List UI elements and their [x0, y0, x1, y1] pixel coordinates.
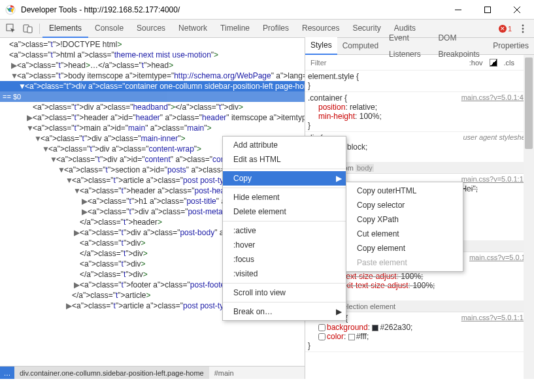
tab-profiles[interactable]: Profiles [256, 20, 295, 38]
expand-icon[interactable]: ▼ [34, 133, 41, 144]
chevron-right-icon: ▶ [336, 307, 342, 316]
scrollbar[interactable] [524, 55, 534, 379]
css-declaration[interactable]: min-height: 100%; [308, 112, 531, 121]
css-declaration[interactable]: background: #262a30; [308, 323, 531, 332]
dom-node[interactable]: <a">class="t">div a">class="headband"></… [0, 102, 305, 112]
tab-resources[interactable]: Resources [295, 20, 346, 38]
expand-icon[interactable]: ▶ [81, 206, 88, 217]
dom-node[interactable]: <a">class="t">!DOCTYPE html> [0, 39, 305, 50]
expand-icon[interactable]: ▶ [73, 280, 80, 290]
kebab-icon[interactable] [517, 23, 529, 35]
scrollbar-thumb[interactable] [525, 57, 533, 149]
styles-filterbar: :hov .cls + [305, 55, 534, 71]
css-rule[interactable]: element.style {} [305, 71, 534, 92]
svg-rect-3 [484, 7, 490, 12]
error-count[interactable]: ✕1 [499, 25, 512, 33]
expand-icon[interactable]: ▼ [73, 186, 80, 196]
elements-panel: <a">class="t">!DOCTYPE html><a">class="t… [0, 38, 305, 379]
menu-item-copy[interactable]: Copy▶ [223, 171, 346, 186]
dom-node[interactable]: ▶<a">class="t">head>…</a">class="t">head… [0, 60, 305, 71]
menu-item--focus[interactable]: :focus [223, 252, 346, 267]
chrome-icon [5, 5, 16, 15]
expand-icon[interactable]: ▼ [50, 154, 56, 165]
tab-sources[interactable]: Sources [130, 20, 172, 38]
svg-point-10 [522, 27, 524, 29]
menu-item-copy-selector[interactable]: Copy selector [346, 198, 463, 212]
menu-item--active[interactable]: :active [223, 223, 346, 238]
expand-icon[interactable]: ▶ [81, 196, 88, 206]
tab-security[interactable]: Security [346, 20, 387, 38]
menu-item-delete-element[interactable]: Delete element [223, 204, 346, 219]
menu-item-copy-element[interactable]: Copy element [346, 241, 463, 255]
css-rule[interactable]: main.css?v=5.0.1:451.container {position… [305, 92, 534, 132]
hov-toggle[interactable]: :hov [467, 59, 486, 67]
menu-item-paste-element: Paste element [346, 255, 463, 270]
prop-toggle[interactable] [318, 324, 325, 331]
css-declaration[interactable]: position: relative; [308, 103, 531, 112]
prop-toggle[interactable] [318, 333, 325, 340]
filter-input[interactable] [308, 57, 463, 68]
expand-icon[interactable]: ▼ [26, 123, 33, 133]
dom-node[interactable]: ▶<a">class="t">header a">id="header" a">… [0, 112, 305, 123]
breadcrumb-selected[interactable]: div.container.one-collumn.sidebar-positi… [14, 367, 209, 379]
swatch-icon[interactable] [490, 59, 497, 67]
expand-icon[interactable]: ▼ [10, 71, 17, 81]
rule-source[interactable]: main.css?v=5.0.1:186 [461, 175, 531, 183]
css-declaration[interactable]: color: #fff; [308, 332, 531, 341]
subtab-computed[interactable]: Computed [337, 38, 384, 54]
expand-icon[interactable]: ▶ [65, 301, 72, 311]
menu-separator [223, 283, 346, 284]
subtab-properties[interactable]: Properties [488, 38, 534, 54]
expand-icon[interactable]: ▶ [26, 112, 33, 123]
tab-console[interactable]: Console [88, 20, 130, 38]
expand-icon[interactable]: ▼ [42, 144, 48, 154]
menu-item-scroll-into-view[interactable]: Scroll into view [223, 286, 346, 300]
svg-point-9 [522, 24, 524, 26]
window-title: Developer Tools - http://192.168.52.177:… [21, 5, 443, 14]
expand-icon[interactable]: ▼ [65, 175, 72, 186]
menu-separator [223, 221, 346, 221]
menu-item-break-on-[interactable]: Break on…▶ [223, 304, 346, 319]
maximize-button[interactable] [473, 1, 502, 19]
menu-item--visited[interactable]: :visited [223, 267, 346, 281]
device-icon[interactable] [20, 20, 37, 37]
rule-close: } [308, 121, 531, 130]
chevron-right-icon: ▶ [336, 174, 342, 183]
color-swatch[interactable] [372, 325, 378, 331]
rule-source[interactable]: main.css?v=5.0.1:451 [461, 93, 531, 101]
context-submenu: Copy outerHTMLCopy selectorCopy XPathCut… [346, 182, 463, 272]
rule-source[interactable]: main.css?v=5.0.1:2 [469, 253, 531, 261]
breadcrumb-prev[interactable]: … [0, 367, 14, 379]
menu-item-add-attribute[interactable]: Add attribute [223, 138, 346, 152]
rule-source[interactable]: main.css?v=5.0.1:182 [461, 314, 531, 321]
menu-item-cut-element[interactable]: Cut element [346, 227, 463, 241]
ua-label: user agent stylesheet [463, 133, 531, 141]
menu-separator [223, 169, 346, 169]
menu-item-copy-outerhtml[interactable]: Copy outerHTML [346, 184, 463, 198]
menu-separator [223, 302, 346, 302]
rule-selector: element.style { [308, 72, 531, 81]
breadcrumb-item[interactable]: #main [209, 367, 239, 379]
svg-point-11 [522, 31, 524, 33]
rule-close: } [308, 81, 531, 90]
tab-network[interactable]: Network [172, 20, 214, 38]
minimize-button[interactable] [443, 1, 473, 19]
tab-timeline[interactable]: Timeline [214, 20, 256, 38]
expand-icon[interactable]: ▶ [10, 60, 17, 71]
expand-icon[interactable]: ▶ [73, 227, 80, 238]
menu-item-copy-xpath[interactable]: Copy XPath [346, 212, 463, 227]
tab-elements[interactable]: Elements [42, 20, 88, 38]
dom-node[interactable]: ▼<a">class="t">main a">id="main" a">clas… [0, 123, 305, 133]
inspect-icon[interactable] [3, 20, 20, 37]
dom-node[interactable]: ▼<a">class="t">body itemscope a">itemtyp… [0, 71, 305, 81]
dom-node-selected[interactable]: ▼<a">class="t">div a">class="container o… [0, 81, 305, 91]
dom-node[interactable]: <a">class="t">html a">class="theme-next … [0, 50, 305, 60]
color-swatch[interactable] [348, 334, 355, 340]
close-button[interactable] [502, 1, 531, 19]
menu-item-hide-element[interactable]: Hide element [223, 190, 346, 204]
cls-toggle[interactable]: .cls [501, 59, 518, 67]
expand-icon[interactable]: ▼ [58, 165, 64, 175]
menu-item--hover[interactable]: :hover [223, 238, 346, 252]
menu-item-edit-as-html[interactable]: Edit as HTML [223, 152, 346, 167]
subtab-styles[interactable]: Styles [305, 37, 337, 55]
